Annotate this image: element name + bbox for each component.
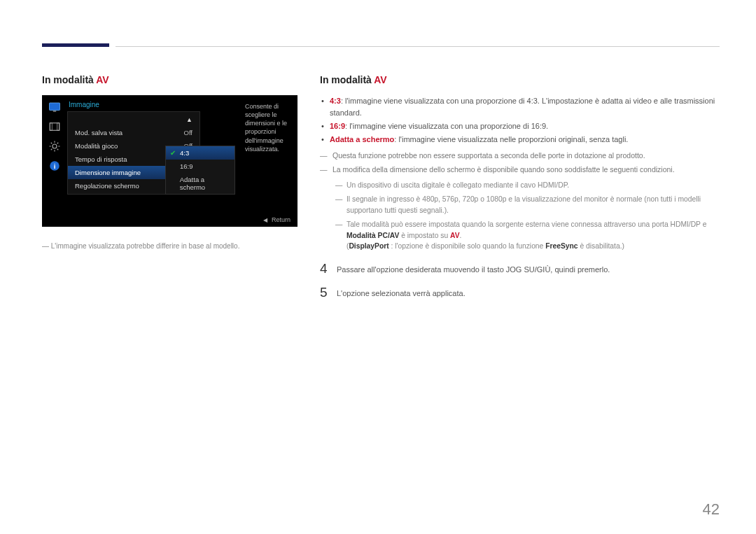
bullet-2: 16:9: l'immagine viene visualizzata con … — [320, 120, 720, 132]
bullet-em: 4:3 — [330, 97, 341, 105]
triangle-left-icon: ◀ — [263, 217, 267, 223]
em: DisplayPort — [349, 242, 388, 250]
steps: 4 Passare all'opzione desiderata muovend… — [320, 262, 720, 299]
heading-em: AV — [374, 74, 386, 85]
left-heading: In modalità AV — [42, 74, 298, 85]
bullet-em: 16:9 — [330, 122, 345, 130]
osd-footer: ◀ Return — [263, 216, 290, 223]
step-4: 4 Passare all'opzione desiderata muovend… — [320, 262, 720, 276]
em: Modalità PC/AV — [346, 232, 399, 239]
svg-text:i: i — [54, 162, 56, 170]
osd-label: Dimensione immagine — [75, 169, 141, 176]
osd-title: Immagine — [67, 99, 269, 111]
osd-sidebar: i — [48, 101, 66, 172]
osd-screenshot: i Immagine ▲ Mod. salva vistaOff Modalit… — [42, 95, 298, 227]
step-number: 4 — [320, 262, 337, 276]
text: . — [460, 232, 462, 239]
popup-label: Adatta a schermo — [180, 176, 230, 191]
osd-row-0: Mod. salva vistaOff — [68, 126, 200, 139]
nested-3: Tale modalità può essere impostata quand… — [328, 219, 720, 253]
step-number: 5 — [320, 286, 337, 300]
nested-dash-list: Un dispositivo di uscita digitale è coll… — [320, 180, 720, 253]
osd-help-text: Consente di scegliere le dimensioni e le… — [245, 102, 295, 153]
text: Tale modalità può essere impostata quand… — [346, 220, 706, 228]
popup-label: 16:9 — [180, 162, 193, 170]
popup-label: 4:3 — [180, 149, 189, 157]
osd-label: Modalità gioco — [75, 142, 118, 150]
osd-row-header: ▲ — [68, 113, 200, 126]
left-footnote: L'immagine visualizzata potrebbe differi… — [42, 242, 298, 250]
svg-rect-1 — [53, 111, 57, 112]
heading-em: AV — [96, 74, 108, 85]
svg-rect-0 — [50, 103, 60, 111]
right-column: In modalità AV 4:3: l'immagine viene vis… — [298, 74, 720, 309]
osd-label: Regolazione schermo — [75, 182, 139, 190]
bullet-3: Adatta a schermo: l'immagine viene visua… — [320, 134, 720, 146]
page-number: 42 — [703, 500, 720, 519]
em: AV — [450, 232, 460, 239]
step-text: L'opzione selezionata verrà applicata. — [337, 286, 465, 300]
bullet-1: 4:3: l'immagine viene visualizzata con u… — [320, 95, 720, 119]
return-label: Return — [272, 216, 290, 223]
svg-rect-2 — [50, 123, 59, 131]
osd-label: Mod. salva vista — [75, 129, 122, 136]
film-icon — [48, 120, 62, 133]
popup-row-2: Adatta a schermo — [166, 173, 234, 194]
step-5: 5 L'opzione selezionata verrà applicata. — [320, 286, 720, 300]
bullet-em: Adatta a schermo — [330, 135, 394, 143]
em: FreeSync — [545, 242, 578, 250]
osd-label: Tempo di risposta — [75, 155, 127, 163]
accent-bar — [42, 43, 109, 47]
right-heading: In modalità AV — [320, 74, 720, 85]
popup-row-1: 16:9 — [166, 160, 234, 173]
popup-row-0-selected: ✔4:3 — [166, 146, 234, 160]
text: è impostato su — [399, 232, 450, 239]
bullet-text: : l'immagine viene visualizzata con una … — [345, 122, 548, 130]
header-rule — [115, 46, 720, 47]
heading-prefix: In modalità — [42, 74, 96, 85]
left-column: In modalità AV i Immagine ▲ Mod. salva v… — [42, 74, 298, 309]
bullet-list: 4:3: l'immagine viene visualizzata con u… — [320, 95, 720, 146]
osd-popup: ✔4:3 16:9 Adatta a schermo — [165, 146, 235, 195]
bullet-text: : l'immagine viene visualizzata con una … — [330, 97, 715, 117]
monitor-icon — [48, 101, 62, 113]
dash-list: Questa funzione potrebbe non essere supp… — [320, 150, 720, 176]
gear-icon — [48, 140, 62, 153]
step-text: Passare all'opzione desiderata muovendo … — [337, 262, 610, 276]
heading-prefix: In modalità — [320, 74, 374, 85]
dash-2: La modifica della dimensione dello scher… — [320, 164, 720, 175]
bullet-text: : l'immagine viene visualizzata nelle pr… — [394, 135, 628, 143]
text: è disabilitata.) — [578, 242, 624, 250]
dash-1: Questa funzione potrebbe non essere supp… — [320, 150, 720, 161]
nested-2: Il segnale in ingresso è 480p, 576p, 720… — [328, 194, 720, 216]
nested-1: Un dispositivo di uscita digitale è coll… — [328, 180, 720, 191]
svg-point-5 — [52, 144, 57, 148]
arrow-up-icon: ▲ — [186, 116, 192, 123]
info-icon: i — [48, 160, 62, 172]
osd-value: Off — [184, 129, 193, 136]
text: : l'opzione è disponibile solo quando la… — [389, 242, 546, 250]
check-icon: ✔ — [170, 149, 177, 157]
